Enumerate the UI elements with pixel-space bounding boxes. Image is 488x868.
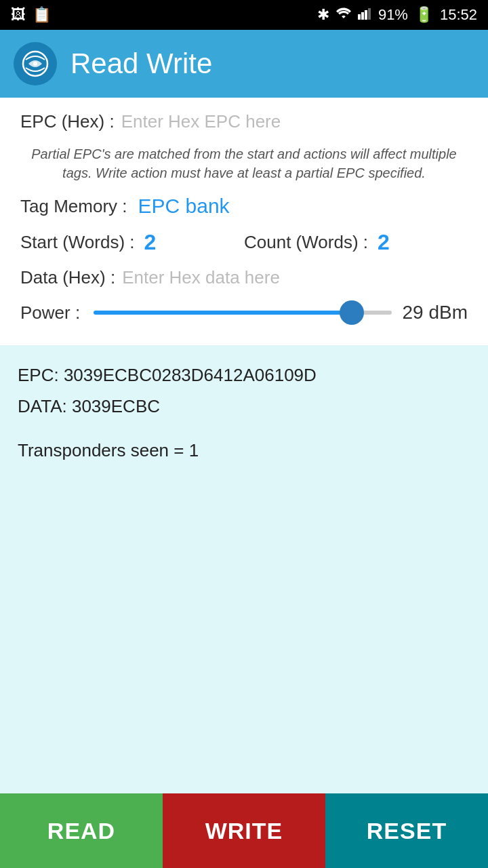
bluetooth-icon: ✱ <box>317 6 329 24</box>
power-slider-container <box>94 300 391 325</box>
start-words-value[interactable]: 2 <box>144 230 157 255</box>
tag-memory-row: Tag Memory : EPC bank <box>20 195 468 218</box>
battery-icon: 🔋 <box>415 6 433 24</box>
tag-memory-label: Tag Memory : <box>20 196 127 217</box>
svg-point-5 <box>33 62 37 66</box>
app-header: Read Write <box>0 30 488 98</box>
svg-rect-3 <box>368 8 371 20</box>
clipboard-icon: 📋 <box>33 6 51 24</box>
output-area: EPC: 3039ECBC0283D6412A06109D DATA: 3039… <box>0 345 488 793</box>
power-slider[interactable] <box>94 311 391 315</box>
power-row: Power : 29 dBm <box>20 300 468 325</box>
battery-percent: 91% <box>378 6 408 24</box>
data-label: Data (Hex) : <box>20 267 115 288</box>
clock: 15:52 <box>440 6 477 24</box>
notification-icon: 🖼 <box>11 6 26 24</box>
count-words-value[interactable]: 2 <box>378 230 390 255</box>
svg-rect-0 <box>358 14 361 20</box>
app-logo <box>14 42 57 85</box>
signal-bars-icon <box>358 6 371 24</box>
count-words-label: Count (Words) : <box>244 232 368 253</box>
start-words-section: Start (Words) : 2 <box>20 230 244 255</box>
status-bar: 🖼 📋 ✱ 91% 🔋 15:52 <box>0 0 488 30</box>
data-input[interactable] <box>115 267 468 288</box>
epc-label: EPC (Hex) : <box>20 111 115 132</box>
bottom-buttons: READ WRITE RESET <box>0 793 488 868</box>
output-spacer <box>18 423 470 437</box>
epc-input[interactable] <box>115 111 468 132</box>
power-label: Power : <box>20 302 80 323</box>
form-area: EPC (Hex) : Partial EPC's are matched fr… <box>0 98 488 345</box>
data-row: Data (Hex) : <box>20 267 468 288</box>
output-line-4: Transponders seen = 1 <box>18 437 470 465</box>
output-line-2: DATA: 3039ECBC <box>18 393 470 421</box>
svg-rect-2 <box>365 10 367 20</box>
rfid-icon <box>22 50 49 77</box>
hint-text: Partial EPC's are matched from the start… <box>20 144 468 182</box>
epc-row: EPC (Hex) : <box>20 111 468 132</box>
power-value: 29 dBm <box>403 302 468 323</box>
output-line-1: EPC: 3039ECBC0283D6412A06109D <box>18 361 470 390</box>
tag-memory-value[interactable]: EPC bank <box>138 195 230 218</box>
app-title: Read Write <box>70 47 212 80</box>
reset-button[interactable]: RESET <box>325 793 488 868</box>
svg-rect-1 <box>361 12 364 20</box>
wifi-icon <box>336 6 351 24</box>
count-words-section: Count (Words) : 2 <box>244 230 468 255</box>
write-button[interactable]: WRITE <box>163 793 325 868</box>
start-words-label: Start (Words) : <box>20 232 135 253</box>
words-row: Start (Words) : 2 Count (Words) : 2 <box>20 230 468 255</box>
read-button[interactable]: READ <box>0 793 163 868</box>
